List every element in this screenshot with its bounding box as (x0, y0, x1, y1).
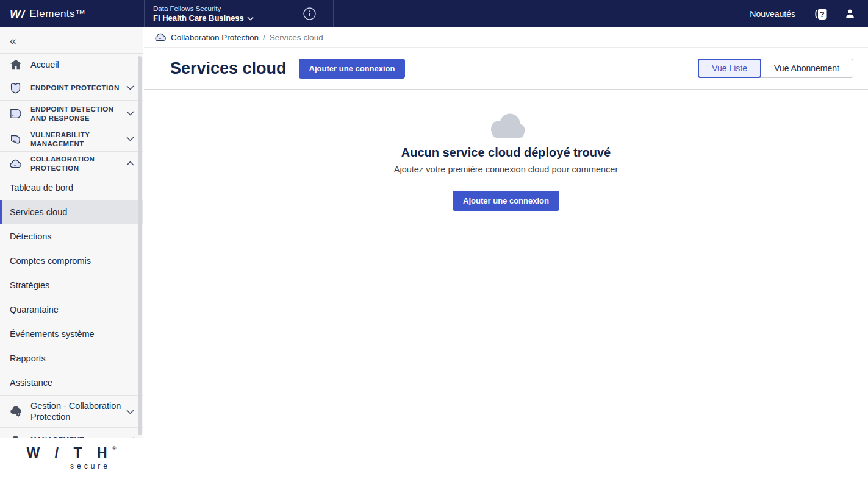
empty-state: Aucun service cloud déployé trouvé Ajout… (144, 90, 868, 211)
edr-icon (10, 108, 23, 119)
empty-state-subheading: Ajoutez votre première connexion cloud p… (144, 165, 868, 174)
sidebar-item-comptes-compromis[interactable]: Comptes compromis (0, 249, 143, 273)
sidebar-item-detections[interactable]: Détections (0, 224, 143, 249)
user-icon[interactable] (844, 8, 856, 20)
sidebar-section-label: COLLABORATION PROTECTION (30, 155, 126, 173)
breadcrumb: Collaboration Protection / Services clou… (144, 27, 868, 48)
sidebar-item-assistance[interactable]: Assistance (0, 371, 143, 395)
brand-logo: W/ Elements™ (0, 0, 144, 27)
empty-cloud-icon (486, 110, 526, 142)
chevron-down-icon (126, 83, 134, 93)
sidebar-section-label: Gestion - Collaboration Protection (30, 400, 126, 422)
chevron-down-icon (126, 406, 134, 417)
sidebar-item-evenements-systeme[interactable]: Événements système (0, 322, 143, 346)
collaboration-cloud-icon (10, 159, 23, 168)
sidebar-collapse-row: « (0, 27, 143, 54)
sidebar-nav: Accueil ENDPOINT PROTECTION (0, 54, 143, 452)
sidebar-item-accueil[interactable]: Accueil (0, 54, 143, 76)
sidebar-section-label: ENDPOINT PROTECTION (30, 83, 123, 93)
sidebar-scrollbar[interactable] (138, 56, 142, 435)
empty-state-heading: Aucun service cloud déployé trouvé (144, 146, 868, 160)
sidebar-item-label: Comptes compromis (10, 256, 91, 266)
breadcrumb-parent[interactable]: Collaboration Protection (171, 33, 259, 42)
main-content: Collaboration Protection / Services clou… (144, 27, 868, 479)
chevron-down-icon (126, 135, 134, 144)
account-scope-label: FI Health Care Business (153, 13, 244, 23)
account-org-label: Data Fellows Security (153, 4, 297, 13)
page-title: Services cloud (170, 59, 287, 78)
withsecure-logo: W / T H® secure (0, 438, 143, 479)
withsecure-sub: secure (32, 462, 110, 470)
sidebar-item-rapports[interactable]: Rapports (0, 346, 143, 371)
info-icon[interactable] (303, 7, 316, 20)
svg-text:?: ? (820, 10, 825, 19)
topbar: W/ Elements™ Data Fellows Security FI He… (0, 0, 868, 27)
sidebar-section-label: ENDPOINT DETECTION AND RESPONSE (30, 105, 126, 123)
collapse-sidebar-icon[interactable]: « (10, 35, 16, 46)
content-header: Services cloud Ajouter une connexion Vue… (144, 48, 868, 90)
sidebar-item-label: Tableau de bord (10, 183, 73, 193)
account-selector[interactable]: Data Fellows Security FI Health Care Bus… (145, 4, 297, 23)
sidebar-section-edr[interactable]: ENDPOINT DETECTION AND RESPONSE (0, 100, 143, 127)
sidebar-item-services-cloud[interactable]: Services cloud (0, 200, 143, 224)
withsecure-wordmark: W / T H® (27, 446, 117, 460)
sidebar-item-strategies[interactable]: Stratégies (0, 273, 143, 297)
sidebar-section-endpoint-protection[interactable]: ENDPOINT PROTECTION (0, 76, 143, 100)
help-icon[interactable]: ? (814, 7, 828, 21)
sidebar-section-vulnerability-management[interactable]: VULNERABILITY MANAGEMENT (0, 127, 143, 151)
sidebar-item-label: Détections (10, 232, 52, 241)
news-link[interactable]: Nouveautés (750, 9, 795, 19)
chevron-down-icon (247, 16, 254, 21)
view-toggle-subscription-button[interactable]: Vue Abonnement (760, 59, 853, 78)
view-toggle-list-button[interactable]: Vue Liste (698, 59, 761, 78)
empty-add-connection-button[interactable]: Ajouter une connexion (453, 191, 559, 211)
sidebar-item-label: Accueil (30, 60, 59, 69)
chevron-up-icon (126, 159, 134, 168)
sidebar-section-collaboration-protection[interactable]: COLLABORATION PROTECTION (0, 151, 143, 176)
view-toggle: Vue Liste Vue Abonnement (698, 59, 853, 78)
sidebar-section-gestion-collaboration-protection[interactable]: Gestion - Collaboration Protection (0, 395, 143, 427)
elements-console: W/ Elements™ Data Fellows Security FI He… (0, 0, 868, 479)
sidebar-item-label: Rapports (10, 353, 46, 363)
breadcrumb-separator: / (263, 33, 265, 42)
vulnerability-icon (10, 134, 23, 144)
sidebar-section-label: VULNERABILITY MANAGEMENT (30, 130, 126, 149)
logo-name: Elements™ (29, 8, 85, 20)
topbar-divider (333, 0, 334, 27)
sidebar-item-quarantaine[interactable]: Quarantaine (0, 297, 143, 322)
home-icon (10, 59, 23, 70)
sidebar: « Accueil ENDPOINT PROTECTION (0, 27, 143, 479)
sidebar-item-label: Quarantaine (10, 305, 59, 314)
sidebar-item-tableau-de-bord[interactable]: Tableau de bord (0, 176, 143, 200)
breadcrumb-current: Services cloud (270, 33, 323, 42)
add-connection-button[interactable]: Ajouter une connexion (299, 59, 406, 79)
chevron-down-icon (126, 109, 134, 118)
sidebar-item-label: Services cloud (10, 207, 67, 217)
sidebar-item-label: Stratégies (10, 280, 49, 290)
sidebar-item-label: Événements système (10, 329, 95, 339)
cloud-gear-icon (10, 406, 23, 417)
logo-mark: W/ (10, 7, 25, 21)
sidebar-item-label: Assistance (10, 378, 52, 388)
endpoint-protection-icon (10, 82, 23, 94)
breadcrumb-cloud-icon (155, 33, 166, 41)
